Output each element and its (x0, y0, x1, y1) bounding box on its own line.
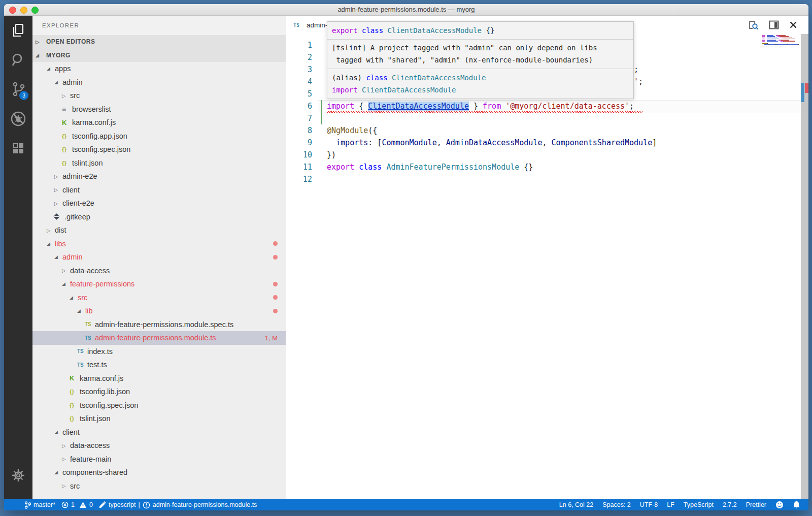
ts-version[interactable]: 2.7.2 (723, 501, 737, 508)
tree-item-label: dist (55, 226, 66, 234)
activity-bar: 3 (4, 16, 32, 499)
feedback-smiley-icon[interactable] (775, 501, 784, 509)
code-line-8[interactable]: @NgModule({ (327, 124, 377, 137)
language-mode[interactable]: TypeScript (684, 501, 714, 508)
code-line-6[interactable]: import { ClientDataAccessModule } from '… (327, 100, 634, 112)
indentation[interactable]: Spaces: 2 (602, 501, 631, 508)
tree-item-feature-permissions[interactable]: feature-permissions (32, 277, 286, 291)
problems-indicator[interactable]: 1 0 (61, 501, 93, 508)
tree-item-admin-e2e[interactable]: admin-e2e (32, 170, 286, 183)
tree-item-tslint-json[interactable]: tslint.json (32, 412, 286, 426)
activity-explorer[interactable] (4, 16, 32, 45)
tree-item-label: src (70, 482, 80, 490)
chevron-right-icon (36, 39, 44, 45)
tree-item-tsconfig-app-json[interactable]: tsconfig.app.json (32, 130, 286, 143)
hover-tooltip: export class ClientDataAccessModule {} [… (327, 21, 634, 99)
twistie-collapsed-icon[interactable] (62, 443, 70, 448)
tree-item-dist[interactable]: dist (32, 223, 286, 237)
tree-item-label: lib (85, 307, 93, 315)
tree-item-karma-conf-js[interactable]: karma.conf.js (32, 116, 286, 130)
tree-item-src[interactable]: src (32, 291, 286, 305)
tree-item-karma-conf-js[interactable]: karma.conf.js (32, 372, 286, 385)
minimap-row (762, 47, 798, 48)
tree-item-index-ts[interactable]: index.ts (32, 345, 286, 359)
twistie-expanded-icon[interactable] (54, 254, 62, 260)
tree-item-client[interactable]: client (32, 183, 286, 197)
title-bar[interactable]: admin-feature-permissions.module.ts — my… (4, 4, 808, 16)
tree-item-admin-feature-permissions-module-spec-ts[interactable]: admin-feature-permissions.module.spec.ts (32, 318, 286, 332)
code-token: export (332, 26, 358, 35)
code-line-10[interactable]: }) (327, 149, 336, 161)
code-line-11[interactable]: export class AdminFeaturePermissionsModu… (327, 161, 533, 173)
tree-item-admin[interactable]: admin (32, 76, 286, 89)
tree-item-components-shared[interactable]: components-shared (32, 466, 286, 479)
tree-item-feature-main[interactable]: feature-main (32, 453, 286, 466)
twistie-expanded-icon[interactable] (54, 80, 62, 85)
twistie-expanded-icon[interactable] (62, 281, 70, 286)
twistie-collapsed-icon[interactable] (62, 93, 70, 99)
twistie-collapsed-icon[interactable] (47, 228, 55, 233)
tree-item-client[interactable]: client (32, 426, 286, 439)
tree-item-lib[interactable]: lib (32, 304, 286, 318)
formatter[interactable]: Prettier (746, 501, 766, 508)
tree-item-label: apps (55, 64, 71, 73)
tree-item-test-ts[interactable]: test.ts (32, 358, 286, 372)
twistie-collapsed-icon[interactable] (62, 483, 70, 489)
activity-source-control[interactable]: 3 (4, 75, 32, 104)
twistie-expanded-icon[interactable] (70, 295, 78, 300)
problem-decoration-dot (273, 309, 278, 313)
twistie-expanded-icon[interactable] (47, 241, 55, 246)
tree-item-tslint-json[interactable]: tslint.json (32, 156, 286, 170)
git-branch-indicator[interactable]: master* (24, 501, 55, 509)
notifications-bell-icon[interactable] (793, 501, 800, 509)
tree-item-client-e2e[interactable]: client-e2e (32, 197, 286, 210)
twistie-expanded-icon[interactable] (77, 308, 85, 313)
twistie-collapsed-icon[interactable] (54, 174, 62, 179)
activity-extensions[interactable] (4, 134, 32, 163)
encoding[interactable]: UTF-8 (640, 501, 658, 508)
activity-search[interactable] (4, 45, 32, 75)
twistie-collapsed-icon[interactable] (54, 187, 62, 192)
minimap[interactable] (762, 35, 798, 48)
tree-item-browserslist[interactable]: browserslist (32, 103, 286, 116)
twistie-expanded-icon[interactable] (47, 66, 55, 71)
problem-decoration-dot (273, 295, 278, 300)
twistie-expanded-icon[interactable] (54, 470, 62, 475)
tree-item-admin[interactable]: admin (32, 250, 286, 264)
tree-item-admin-feature-permissions-module-ts[interactable]: admin-feature-permissions.module.ts1, M (32, 331, 286, 345)
tree-item-tsconfig-lib-json[interactable]: tsconfig.lib.json (32, 385, 286, 399)
split-editor-icon[interactable] (769, 20, 779, 30)
symbol-link[interactable]: ClientDataAccessModule (368, 102, 469, 111)
tree-item-src[interactable]: src (32, 89, 286, 103)
tree-item-libs[interactable]: libs (32, 237, 286, 251)
tree-item-label: tsconfig.spec.json (80, 401, 138, 409)
code-token: ClientDataAccessModule (392, 74, 486, 82)
tree-item-tsconfig-spec-json[interactable]: tsconfig.spec.json (32, 143, 286, 156)
hover-lint-message: [tslint] A project tagged with "admin" c… (327, 39, 633, 69)
open-changes-icon[interactable] (748, 19, 759, 30)
tree-item-apps[interactable]: apps (32, 62, 286, 76)
editor-group: admin-feature-permissions.module.ts (286, 16, 808, 499)
cursor-position[interactable]: Ln 6, Col 22 (559, 501, 593, 508)
line-number: 1 (286, 39, 312, 51)
twistie-expanded-icon[interactable] (54, 430, 62, 435)
activity-debug[interactable] (4, 104, 32, 134)
pencil-icon (99, 501, 106, 508)
code-line-9[interactable]: imports: [CommonModule, AdminDataAccessM… (327, 137, 657, 149)
twistie-collapsed-icon[interactable] (62, 268, 70, 273)
section-myorg[interactable]: MYORG (32, 49, 286, 62)
linter-status[interactable]: typescript | admin-feature-permissions.m… (99, 501, 257, 509)
overview-ruler[interactable] (801, 34, 808, 499)
activity-settings[interactable] (4, 461, 32, 490)
section-open-editors[interactable]: OPEN EDITORS (32, 35, 286, 49)
tree-item--gitkeep[interactable]: .gitkeep (32, 210, 286, 224)
eol-sequence[interactable]: LF (667, 501, 674, 508)
tree-item-data-access[interactable]: data-access (32, 439, 286, 453)
close-icon[interactable] (789, 21, 797, 29)
twistie-collapsed-icon[interactable] (62, 456, 70, 462)
line-number: 2 (286, 51, 312, 63)
tree-item-src[interactable]: src (32, 479, 286, 493)
twistie-collapsed-icon[interactable] (54, 201, 62, 206)
tree-item-tsconfig-spec-json[interactable]: tsconfig.spec.json (32, 399, 286, 412)
tree-item-data-access[interactable]: data-access (32, 264, 286, 278)
